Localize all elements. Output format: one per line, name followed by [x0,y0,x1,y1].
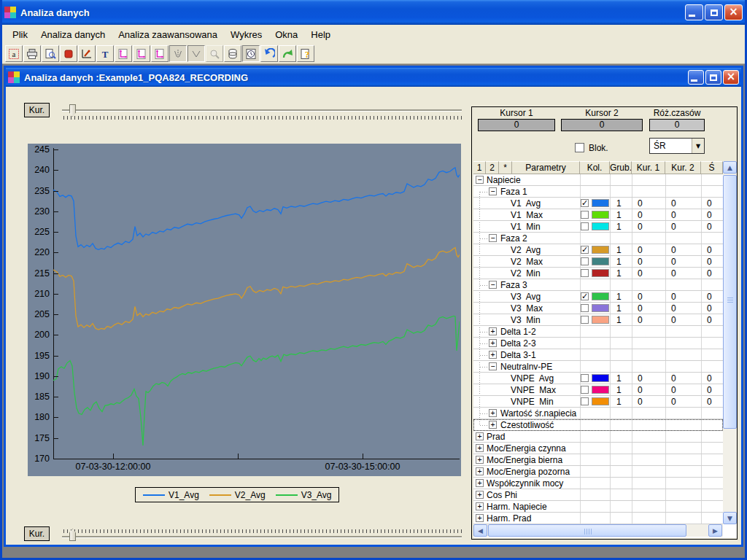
expand-icon[interactable]: + [489,351,497,359]
tree-group-row[interactable]: +Prad [473,431,723,443]
tree-group-row[interactable]: +Cos Phi [473,489,723,501]
tree-group-row[interactable]: +Moc/Energia pozorna [473,466,723,478]
zoom-button[interactable] [206,45,223,62]
tree-group-row[interactable]: −Faza 1 [473,186,723,198]
tree-group-row[interactable]: +Wartość śr.napiecia [473,408,723,419]
tree-group-row[interactable]: −Faza 3 [473,279,723,291]
cursor-top-slider-thumb[interactable] [69,104,76,117]
redo-button[interactable] [279,45,296,62]
tree-group-row[interactable]: +Moc/Energia bierna [473,454,723,466]
cursor-bottom-button[interactable]: Kur. [24,526,50,541]
mirror-vertical-button[interactable] [169,45,187,62]
visibility-checkbox[interactable]: ✓ [581,292,589,300]
cursor-top-button[interactable]: Kur. [24,103,50,117]
parameter-row[interactable]: V3 Min1000 [473,314,723,326]
column-header-2[interactable]: 2 [486,161,499,174]
column-header-Ś[interactable]: Ś [701,161,723,174]
axes-page-3-button[interactable] [151,45,169,62]
expand-icon[interactable]: + [476,491,484,499]
doc-maximize-button[interactable] [705,70,721,85]
visibility-checkbox[interactable] [581,304,589,312]
tree-group-row[interactable]: +Delta 1-2 [473,326,723,338]
scroll-down-button[interactable]: ▼ [723,512,737,524]
expand-icon[interactable]: + [489,327,497,335]
visibility-checkbox[interactable] [581,269,589,277]
visibility-checkbox[interactable] [581,316,589,324]
tree-group-row[interactable]: +Delta 3-1 [473,349,723,361]
menu-item-okna[interactable]: Okna [268,27,304,42]
help-button[interactable]: ? [297,45,314,62]
expand-icon[interactable]: + [489,421,497,429]
parameter-row[interactable]: VNPE Max1000 [473,384,723,396]
expand-icon[interactable]: + [476,479,484,487]
tree-group-row[interactable]: +Harm. Napiecie [473,501,723,513]
parameter-row[interactable]: V2 Min1000 [473,268,723,279]
menu-item-analiza-zaawansowana[interactable]: Analiza zaawansowana [112,27,224,42]
tree-group-row[interactable]: +Czestotliwość [473,419,723,431]
color-swatch[interactable] [592,222,609,230]
axes-page-1-button[interactable] [115,45,132,62]
axes-page-2-button[interactable] [133,45,150,62]
parameter-row[interactable]: V3 Avg✓1000 [473,291,723,303]
minimize-button[interactable] [685,4,703,20]
color-swatch[interactable] [592,257,609,265]
collapse-icon[interactable]: − [489,187,497,195]
text-tool-button[interactable]: T [96,45,114,62]
menu-item-analiza-danych[interactable]: Analiza danych [34,27,112,42]
visibility-checkbox[interactable] [581,211,589,219]
print-preview-button[interactable] [42,45,59,62]
parameter-row[interactable]: V1 Max1000 [473,209,723,221]
vscroll-thumb[interactable] [723,175,737,429]
record-button[interactable] [60,45,77,62]
parameter-row[interactable]: V2 Max1000 [473,256,723,268]
expand-icon[interactable]: + [476,444,484,452]
expand-icon[interactable]: + [476,456,484,464]
column-header-Kur. 1[interactable]: Kur. 1 [632,161,665,174]
tree-group-row[interactable]: +Delta 2-3 [473,338,723,349]
menu-item-wykres[interactable]: Wykres [224,27,268,42]
scroll-left-button[interactable]: ◀ [473,524,487,537]
parameter-row[interactable]: V2 Avg✓1000 [473,244,723,256]
scroll-up-button[interactable]: ▲ [723,161,737,174]
expand-icon[interactable]: + [489,339,497,347]
parameter-row[interactable]: V1 Avg✓1000 [473,198,723,209]
column-header-*[interactable]: * [499,161,512,174]
aggregate-combobox[interactable]: ŚR ▼ [649,138,705,154]
expand-icon[interactable]: + [476,467,484,475]
color-swatch[interactable] [592,386,609,394]
visibility-checkbox[interactable] [581,374,589,382]
color-swatch[interactable] [592,211,609,219]
tree-group-row[interactable]: −Neutralnv-PE [473,361,723,373]
expand-icon[interactable]: + [476,502,484,510]
parameter-row[interactable]: V1 Min1000 [473,221,723,233]
block-checkbox[interactable] [575,143,584,152]
collapse-icon[interactable]: − [489,362,497,370]
cursor-tool-button[interactable] [78,45,96,62]
hscroll-thumb[interactable] [488,524,686,537]
visibility-checkbox[interactable] [581,257,589,265]
expand-icon[interactable]: + [489,409,497,417]
doc-close-button[interactable]: × [723,70,739,85]
scroll-right-button[interactable]: ▶ [708,524,722,537]
color-swatch[interactable] [592,269,609,277]
menu-item-help[interactable]: Help [304,27,337,42]
select-area-button[interactable]: a [5,45,23,62]
database-button[interactable] [224,45,241,62]
maximize-button[interactable] [705,4,723,20]
visibility-checkbox[interactable]: ✓ [581,246,589,254]
visibility-checkbox[interactable] [581,397,589,405]
print-button[interactable] [23,45,41,62]
tree-group-row[interactable]: +Moc/Energia czynna [473,443,723,454]
tree-group-row[interactable]: −Faza 2 [473,233,723,244]
tree-group-row[interactable]: +Współczynnik mocy [473,478,723,489]
color-swatch[interactable] [592,374,609,382]
visibility-checkbox[interactable] [581,386,589,394]
color-swatch[interactable] [592,316,609,324]
collapse-icon[interactable]: − [489,281,497,289]
color-swatch[interactable] [592,246,609,254]
menu-item-plik[interactable]: Plik [6,27,34,42]
column-header-Parametry[interactable]: Parametry [512,161,580,174]
expand-icon[interactable]: + [476,432,484,440]
collapse-icon[interactable]: − [489,234,497,242]
column-header-Kur. 2[interactable]: Kur. 2 [665,161,701,174]
